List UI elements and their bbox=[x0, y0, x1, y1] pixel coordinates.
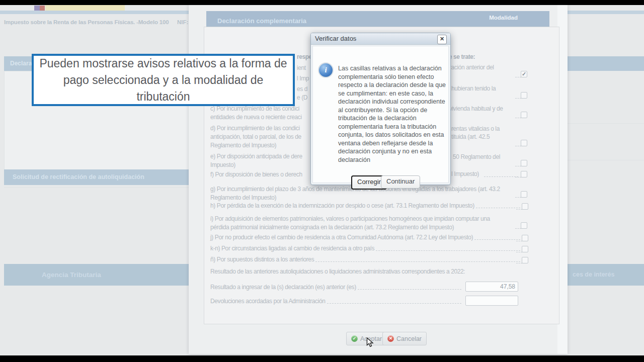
callout-text: Pueden mostrarse avisos relativos a la f… bbox=[34, 55, 293, 105]
mouse-cursor bbox=[366, 337, 374, 350]
page-title: Impuesto sobre la Renta de las Personas … bbox=[4, 19, 169, 25]
checkbox-row-kn[interactable] bbox=[522, 246, 528, 252]
section-bar-rectificacion: Solicitud de rectificación de autoliquid… bbox=[4, 169, 197, 185]
row-enye: ñ) Por supuestos distintos a los anterio… bbox=[210, 255, 528, 263]
row-b-fragment-left: es d bbox=[297, 85, 310, 93]
result-amount-input[interactable] bbox=[465, 282, 518, 292]
row-j: j) Por no producir efecto el cambio de r… bbox=[210, 233, 528, 241]
dotted-leader bbox=[376, 250, 520, 251]
row-d-fragment-right: tituida (art. 42.5 bbox=[451, 133, 490, 141]
checkbox-row-h[interactable] bbox=[522, 203, 528, 210]
checkbox-row-b[interactable] bbox=[521, 92, 527, 99]
dotted-leader bbox=[476, 208, 520, 208]
verify-data-modal: Verificar datos ✕ i Las casillas relativ… bbox=[310, 33, 451, 185]
dotted-leader bbox=[327, 303, 461, 304]
refunds-amount-input[interactable] bbox=[465, 296, 518, 306]
dotted-leader bbox=[315, 261, 520, 262]
result-section-header: Resultado de las anteriores autoliquidac… bbox=[210, 268, 465, 276]
accept-check-icon: ✓ bbox=[351, 335, 358, 342]
row-a-fragment-right: ración anterior del bbox=[449, 64, 494, 71]
checkbox-row-i[interactable] bbox=[521, 222, 527, 229]
row-a-fragment-left: ient bbox=[297, 64, 310, 72]
checkbox-row-e[interactable] bbox=[521, 160, 527, 166]
row-d-text: d) Por incumplimiento de las condici ant… bbox=[210, 124, 301, 150]
close-icon[interactable]: ✕ bbox=[437, 35, 447, 44]
continuar-button[interactable]: Continuar bbox=[381, 175, 420, 189]
divider bbox=[4, 187, 189, 188]
refunds-row: Devoluciones acordadas por la Administra… bbox=[210, 297, 463, 305]
app-background: Impuesto sobre la Renta de las Personas … bbox=[0, 5, 644, 355]
tutorial-callout: Pueden mostrarse avisos relativos a la f… bbox=[32, 54, 295, 106]
dotted-leader bbox=[484, 171, 518, 177]
checkbox-row-f[interactable] bbox=[521, 171, 527, 177]
checkbox-row-j[interactable] bbox=[522, 235, 528, 241]
info-icon: i bbox=[318, 62, 334, 78]
checkbox-row-enye[interactable] bbox=[522, 257, 528, 263]
section-bar-right-fragment bbox=[568, 56, 644, 71]
row-i: i) Por adquisición de elementos patrimon… bbox=[210, 215, 490, 232]
row-c-text: c) Por incumplimiento de las condici ent… bbox=[210, 105, 302, 122]
checkbox-row-c[interactable] bbox=[521, 112, 527, 118]
checkbox-row-a[interactable]: ✓ bbox=[521, 71, 527, 77]
cancel-button[interactable]: ✕ Cancelar bbox=[382, 332, 427, 345]
screen: Impuesto sobre la Renta de las Personas … bbox=[0, 0, 644, 362]
dotted-leader bbox=[474, 239, 520, 240]
nif-label: NIF: bbox=[177, 19, 188, 25]
row-c-fragment-right: vivienda habitual y de bbox=[449, 105, 503, 113]
dotted-leader bbox=[358, 289, 461, 290]
row-b-fragment-left: e (D bbox=[297, 94, 310, 102]
modal-title: Verificar datos bbox=[315, 35, 356, 42]
divider bbox=[568, 123, 644, 124]
row-b-fragment-right: hubieran tenido la bbox=[451, 85, 496, 93]
modal-titlebar[interactable]: Verificar datos ✕ bbox=[311, 33, 450, 45]
section-bar-enlaces-fragment: ces de interés bbox=[568, 264, 644, 286]
row-f-fragment-right: l Impuesto) bbox=[451, 170, 479, 178]
row-h: h) Por pérdida de la exención de la inde… bbox=[210, 202, 528, 210]
modal-body: i Las casillas relativas a la declaració… bbox=[312, 46, 449, 183]
form-intro-fragment: respe bbox=[297, 53, 310, 61]
checkbox-row-d[interactable] bbox=[521, 140, 527, 146]
cancel-x-icon: ✕ bbox=[387, 335, 394, 342]
divider bbox=[568, 160, 644, 160]
result-row: Resultado a ingresar de la (s) declaraci… bbox=[210, 283, 463, 291]
row-kn: k-n) Por circunstancias ligadas al cambi… bbox=[210, 244, 528, 252]
row-e-text: e) Por disposición anticipada de dere Im… bbox=[210, 152, 302, 169]
modal-message: Las casillas relativas a la declaración … bbox=[338, 64, 446, 164]
row-f-text: f) Por disposición de bienes o derech bbox=[210, 171, 302, 178]
row-a-fragment-left: l Imp bbox=[297, 75, 310, 82]
window-title: Declaración complementaria bbox=[217, 17, 306, 25]
row-d-fragment-right: rentas vitalicias o la bbox=[451, 125, 500, 133]
row-e-fragment-right: 50 Reglamento del bbox=[453, 153, 500, 161]
checkbox-row-g[interactable] bbox=[521, 191, 527, 198]
